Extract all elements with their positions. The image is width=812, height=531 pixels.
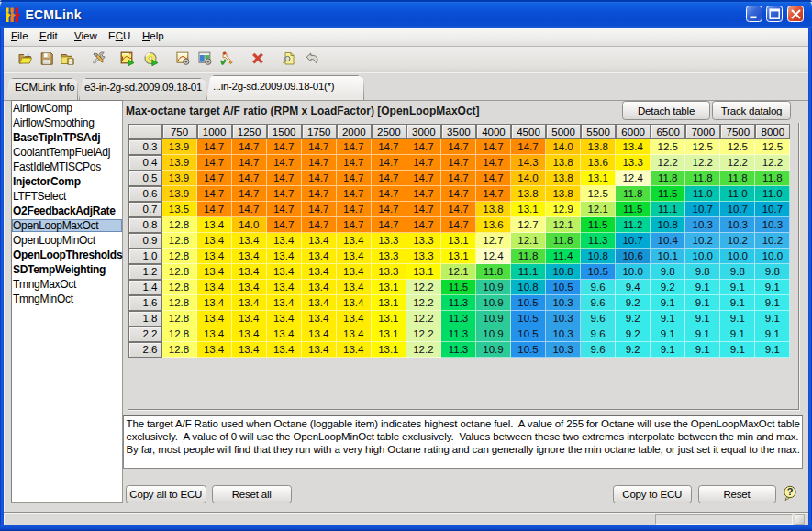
svg-text:?: ? (787, 486, 794, 497)
